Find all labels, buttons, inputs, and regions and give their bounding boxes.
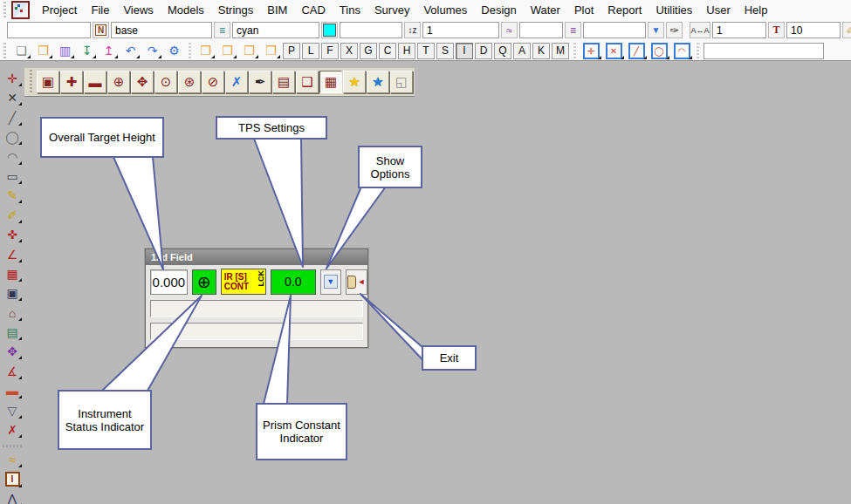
models-panel-button[interactable]: ▦ bbox=[319, 71, 342, 93]
tps-settings-button[interactable]: IR [S] CONT LCK bbox=[221, 269, 266, 295]
name-button[interactable]: N bbox=[93, 22, 109, 38]
text-width-button[interactable]: A↔A bbox=[690, 22, 710, 38]
new-project-button[interactable]: ❏ bbox=[11, 41, 31, 60]
textstyle-button[interactable]: T bbox=[768, 22, 785, 38]
drawing-canvas[interactable]: ▣ ✚ ▬ ⊕ ✥ ⊙ ⊛ ⊘ ✗ ✒ ▤ ❑ ▦ ★ ★ ◱ ✛ ✕ ╱ ◯ … bbox=[0, 61, 851, 504]
exit-button[interactable]: ◄ bbox=[346, 269, 367, 295]
height-input[interactable] bbox=[340, 22, 402, 38]
model-chooser-button[interactable]: ≡ bbox=[214, 22, 230, 38]
create-point-button[interactable]: ✛ bbox=[3, 70, 22, 87]
menu-models[interactable]: Models bbox=[161, 2, 211, 18]
menu-project[interactable]: Project bbox=[35, 2, 84, 18]
project-tree-button[interactable]: ❒ bbox=[196, 41, 216, 60]
snap-toggle-t[interactable]: T bbox=[417, 43, 435, 59]
create-arc-button[interactable]: ◠ bbox=[3, 148, 22, 166]
save-button[interactable]: ▥ bbox=[55, 41, 75, 60]
menu-views[interactable]: Views bbox=[116, 2, 160, 18]
create-line-button[interactable]: ╱ bbox=[3, 109, 22, 126]
cad-intersect-button[interactable]: ✕ bbox=[603, 42, 624, 60]
menu-tins[interactable]: Tins bbox=[333, 2, 367, 18]
colour-input[interactable] bbox=[232, 22, 319, 38]
snap-toggle-i[interactable]: I bbox=[456, 43, 473, 59]
cad-circle-button[interactable]: ◯ bbox=[649, 42, 669, 60]
open-project-button[interactable]: ❒ bbox=[33, 41, 53, 60]
import-button[interactable]: ↧ bbox=[77, 41, 97, 60]
copy-window-button[interactable]: ▣ bbox=[3, 284, 22, 302]
symbol-input[interactable] bbox=[583, 22, 646, 38]
snap-toggle-g[interactable]: G bbox=[360, 43, 377, 59]
menu-utilities[interactable]: Utilities bbox=[649, 2, 699, 18]
snippets-button[interactable]: ★ bbox=[367, 71, 389, 93]
menu-bim[interactable]: BIM bbox=[260, 2, 294, 18]
window-layout-button[interactable]: ◱ bbox=[390, 71, 413, 93]
create-circle-button[interactable]: ◯ bbox=[3, 128, 22, 146]
menu-strings[interactable]: Strings bbox=[211, 2, 260, 18]
snap-toggle-c[interactable]: C bbox=[379, 43, 396, 59]
measure-button[interactable]: ∠ bbox=[3, 246, 22, 263]
zoom-button[interactable]: ⊙ bbox=[154, 71, 177, 93]
snap-toggle-m[interactable]: M bbox=[552, 43, 569, 59]
insert-image-button[interactable]: ▤ bbox=[3, 324, 22, 341]
snap-toggle-l[interactable]: L bbox=[302, 43, 319, 59]
grid-button[interactable]: ▦ bbox=[3, 265, 22, 283]
dialog-title-bar[interactable]: 12d Field bbox=[146, 249, 367, 265]
create-symbol-button[interactable]: ✜ bbox=[3, 226, 22, 243]
eyedropper-button[interactable]: ✑ bbox=[666, 22, 683, 38]
refresh-button[interactable]: ✗ bbox=[225, 71, 248, 93]
export-button[interactable]: ↥ bbox=[99, 41, 119, 60]
12d-field-dialog[interactable]: 12d Field 0.000 ⊕ IR [S] CONT LCK 0.0 ▼ … bbox=[145, 249, 368, 348]
toolbar-grip[interactable] bbox=[3, 2, 7, 17]
zoom-out-button[interactable]: ▬ bbox=[84, 71, 106, 93]
toolbar-grip[interactable] bbox=[3, 43, 7, 58]
linestyle-input[interactable] bbox=[519, 22, 563, 38]
symbol-dropdown-button[interactable]: ▼ bbox=[648, 22, 664, 38]
menu-survey[interactable]: Survey bbox=[367, 2, 416, 18]
traverse-button[interactable]: ⋀ bbox=[3, 490, 22, 504]
view-menu-button[interactable]: ▣ bbox=[37, 71, 59, 93]
name-input[interactable] bbox=[7, 22, 91, 38]
target-height-field[interactable]: 0.000 bbox=[150, 269, 188, 295]
create-rectangle-button[interactable]: ▭ bbox=[3, 167, 22, 185]
textstyle-input[interactable] bbox=[712, 22, 766, 38]
create-text-button[interactable]: ✎ bbox=[3, 187, 22, 204]
move-button[interactable]: ✥ bbox=[3, 343, 22, 360]
menu-file[interactable]: File bbox=[84, 2, 116, 18]
snap-toggle-p[interactable]: P bbox=[283, 43, 300, 59]
snap-toggle-q[interactable]: Q bbox=[494, 43, 511, 59]
cad-arc-button[interactable]: ◠ bbox=[671, 42, 692, 60]
undo-button[interactable]: ↶ bbox=[120, 41, 141, 60]
angle-button[interactable]: ∡ bbox=[3, 363, 22, 380]
pan-button[interactable]: ✥ bbox=[131, 71, 154, 93]
settings-button[interactable]: ⚙ bbox=[164, 41, 184, 60]
cad-command-input[interactable] bbox=[703, 43, 824, 59]
menu-cad[interactable]: CAD bbox=[294, 2, 332, 18]
zoom-centre-button[interactable]: ⊛ bbox=[178, 71, 201, 93]
menu-help[interactable]: Help bbox=[738, 2, 775, 18]
snap-toggle-k[interactable]: K bbox=[532, 43, 550, 59]
snap-toggle-s[interactable]: S bbox=[436, 43, 454, 59]
redo-button[interactable]: ↷ bbox=[142, 41, 162, 60]
show-options-button[interactable]: ▼ bbox=[320, 269, 341, 295]
edit-string-button[interactable]: ✐ bbox=[3, 207, 22, 224]
height-button[interactable]: ↕z bbox=[404, 22, 421, 38]
cad-point-button[interactable]: ✛ bbox=[580, 42, 601, 60]
favourites-button[interactable]: ★ bbox=[343, 71, 366, 93]
profile-button[interactable]: ▬ bbox=[3, 382, 22, 399]
menu-user[interactable]: User bbox=[699, 2, 737, 18]
snap-toggle-a[interactable]: A bbox=[513, 43, 531, 59]
copy-view-button[interactable]: ❑ bbox=[296, 71, 319, 93]
prism-constant-button[interactable]: 0.0 bbox=[271, 269, 315, 295]
menu-volumes[interactable]: Volumes bbox=[416, 2, 474, 18]
colour-chooser-button[interactable] bbox=[321, 22, 338, 38]
instrument-status-button[interactable]: ⊕ bbox=[192, 269, 216, 295]
snap-toggle-h[interactable]: H bbox=[398, 43, 415, 59]
plot-button[interactable]: ▤ bbox=[272, 71, 295, 93]
menu-report[interactable]: Report bbox=[601, 2, 649, 18]
run-macro-2-button[interactable]: ❒ bbox=[239, 41, 259, 60]
delete-point-button[interactable]: ✗ bbox=[3, 421, 22, 439]
create-polygon-button[interactable]: ⌂ bbox=[3, 304, 22, 322]
model-input[interactable] bbox=[111, 22, 212, 38]
menu-design[interactable]: Design bbox=[474, 2, 523, 18]
run-macro-1-button[interactable]: ❒ bbox=[217, 41, 237, 60]
toolbar-grip[interactable] bbox=[29, 70, 33, 94]
